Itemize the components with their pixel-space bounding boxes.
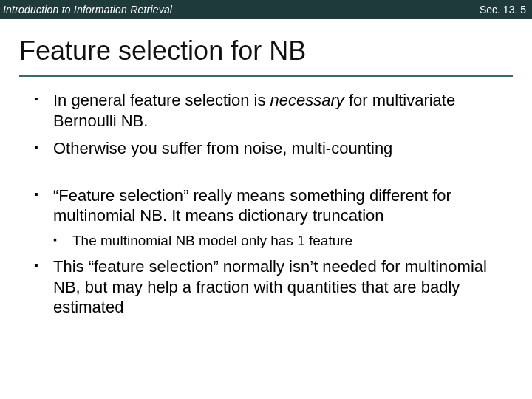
bullet-item: In general feature selection is necessar… xyxy=(34,90,510,131)
sub-bullet-list: The multinomial NB model only has 1 feat… xyxy=(53,232,510,250)
title-area: Feature selection for NB xyxy=(0,19,532,71)
bullet-text: Otherwise you suffer from noise, multi-c… xyxy=(53,139,392,157)
bullet-list: “Feature selection” really means somethi… xyxy=(34,185,510,318)
bullet-item: “Feature selection” really means somethi… xyxy=(34,185,510,250)
bullet-item: This “feature selection” normally isn’t … xyxy=(34,256,510,318)
bullet-item: Otherwise you suffer from noise, multi-c… xyxy=(34,138,510,159)
spacer xyxy=(34,166,510,185)
bullet-text-pre: In general feature selection is xyxy=(53,91,270,109)
sub-bullet-text: The multinomial NB model only has 1 feat… xyxy=(72,233,352,248)
slide-body: In general feature selection is necessar… xyxy=(0,77,532,318)
bullet-text-em: necessary xyxy=(270,91,344,109)
bullet-text: This “feature selection” normally isn’t … xyxy=(53,257,487,316)
sub-bullet-item: The multinomial NB model only has 1 feat… xyxy=(53,232,510,250)
bullet-list: In general feature selection is necessar… xyxy=(34,90,510,159)
slide-title: Feature selection for NB xyxy=(19,35,513,66)
slide-header: Introduction to Information Retrieval Se… xyxy=(0,0,532,19)
header-left: Introduction to Information Retrieval xyxy=(3,4,172,16)
header-section: Sec. 13. 5 xyxy=(480,4,526,16)
bullet-text: “Feature selection” really means somethi… xyxy=(53,186,451,225)
